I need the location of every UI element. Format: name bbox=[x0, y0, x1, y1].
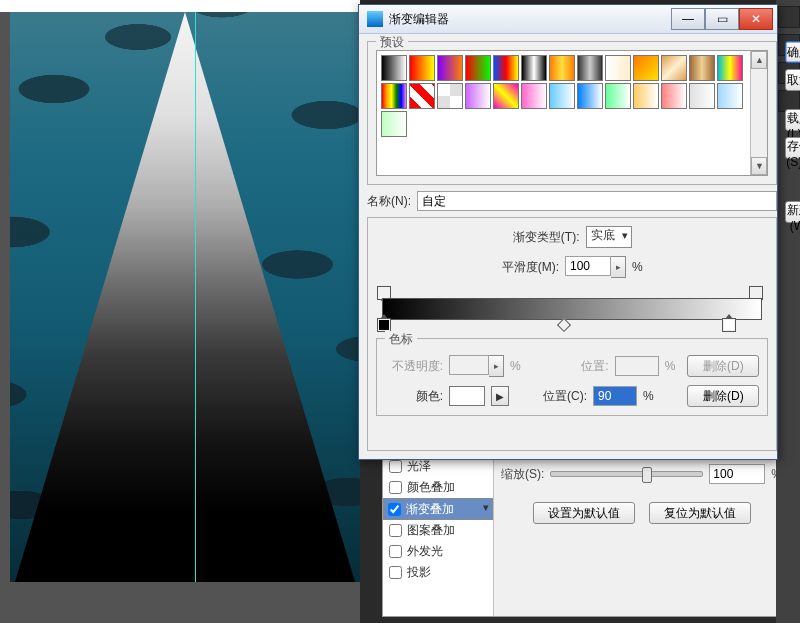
layer-style-panel: 光泽颜色叠加渐变叠加图案叠加外发光投影 缩放(S): % 设置为默认值 复位为默… bbox=[382, 455, 789, 617]
preset-swatch[interactable] bbox=[605, 55, 631, 81]
ok-button[interactable]: 确定 bbox=[785, 41, 800, 63]
minimize-button[interactable]: — bbox=[671, 8, 705, 30]
color-stop-left[interactable] bbox=[377, 318, 391, 332]
gradient-preview-bar[interactable] bbox=[382, 298, 762, 320]
preset-swatch[interactable] bbox=[409, 83, 435, 109]
dialog-button-column: 确定 取消 载入(L)... 存储(S)... 新建(W) bbox=[785, 41, 800, 451]
canvas-area bbox=[0, 0, 360, 623]
preset-swatch[interactable] bbox=[689, 83, 715, 109]
preset-swatch[interactable] bbox=[493, 55, 519, 81]
load-button[interactable]: 载入(L)... bbox=[785, 109, 800, 131]
ruler-horizontal bbox=[0, 0, 360, 12]
name-label: 名称(N): bbox=[367, 193, 411, 210]
color-swatch-button[interactable] bbox=[449, 386, 485, 406]
preset-swatch[interactable] bbox=[465, 55, 491, 81]
preset-swatch[interactable] bbox=[633, 83, 659, 109]
preset-swatch[interactable] bbox=[577, 55, 603, 81]
color-label: 颜色: bbox=[385, 388, 443, 405]
scroll-track[interactable] bbox=[751, 69, 767, 157]
color-location-label: 位置(C): bbox=[529, 388, 587, 405]
set-default-button[interactable]: 设置为默认值 bbox=[533, 502, 635, 524]
smoothness-label: 平滑度(M): bbox=[502, 259, 559, 276]
preset-swatch[interactable] bbox=[437, 83, 463, 109]
guide-vertical[interactable] bbox=[195, 12, 196, 582]
preset-swatch[interactable] bbox=[437, 55, 463, 81]
preset-swatch[interactable] bbox=[661, 83, 687, 109]
fx-checkbox[interactable] bbox=[388, 503, 401, 516]
reset-default-button[interactable]: 复位为默认值 bbox=[649, 502, 751, 524]
gradient-editor-dialog: 渐变编辑器 — ▭ ✕ 预设 ▲ ▼ bbox=[358, 4, 778, 460]
opacity-location-label: 位置: bbox=[551, 358, 609, 375]
tool-icon[interactable] bbox=[778, 6, 800, 28]
fx-checkbox[interactable] bbox=[389, 545, 402, 558]
document-image[interactable] bbox=[10, 12, 360, 582]
preset-swatch[interactable] bbox=[381, 111, 407, 137]
presets-group: 预设 ▲ ▼ bbox=[367, 41, 777, 185]
preset-swatch[interactable] bbox=[717, 83, 743, 109]
preset-swatch[interactable] bbox=[549, 83, 575, 109]
gradient-type-label: 渐变类型(T): bbox=[513, 229, 580, 246]
preset-swatch[interactable] bbox=[549, 55, 575, 81]
preset-swatch[interactable] bbox=[605, 83, 631, 109]
stepper-icon[interactable]: ▸ bbox=[611, 256, 626, 278]
preset-swatch[interactable] bbox=[465, 83, 491, 109]
triangle-gradient-layer bbox=[15, 12, 355, 582]
scale-slider[interactable] bbox=[550, 471, 703, 477]
new-button[interactable]: 新建(W) bbox=[785, 201, 800, 223]
presets-label: 预设 bbox=[376, 34, 408, 51]
fx-item-label: 颜色叠加 bbox=[407, 479, 455, 496]
cancel-button[interactable]: 取消 bbox=[785, 69, 800, 91]
stops-group: 色标 不透明度: ▸ % 位置: % 删除(D) 颜色: bbox=[376, 338, 768, 416]
scroll-up-icon[interactable]: ▲ bbox=[751, 51, 767, 69]
fx-effect-list: 光泽颜色叠加渐变叠加图案叠加外发光投影 bbox=[383, 456, 494, 616]
color-location-unit: % bbox=[643, 389, 654, 403]
maximize-button[interactable]: ▭ bbox=[705, 8, 739, 30]
smoothness-input[interactable] bbox=[565, 256, 611, 276]
scale-label: 缩放(S): bbox=[501, 466, 544, 483]
dialog-title: 渐变编辑器 bbox=[389, 11, 671, 28]
presets-scrollbar[interactable]: ▲ ▼ bbox=[750, 51, 767, 175]
fx-item-2[interactable]: 渐变叠加 bbox=[383, 498, 493, 520]
close-button[interactable]: ✕ bbox=[739, 8, 773, 30]
gradient-settings-group: 渐变类型(T): 实底 平滑度(M): ▸ % bbox=[367, 217, 777, 451]
preset-swatch[interactable] bbox=[381, 83, 407, 109]
fx-settings-area: 缩放(S): % 设置为默认值 复位为默认值 bbox=[495, 456, 788, 616]
scroll-down-icon[interactable]: ▼ bbox=[751, 157, 767, 175]
fx-item-label: 渐变叠加 bbox=[406, 501, 454, 518]
save-button[interactable]: 存储(S)... bbox=[785, 137, 800, 159]
preset-swatch[interactable] bbox=[493, 83, 519, 109]
color-location-input[interactable] bbox=[593, 386, 637, 406]
scale-input[interactable] bbox=[709, 464, 765, 484]
opacity-input bbox=[449, 355, 489, 375]
fx-item-5[interactable]: 投影 bbox=[383, 562, 493, 583]
preset-swatch[interactable] bbox=[717, 55, 743, 81]
color-stop-right[interactable] bbox=[722, 318, 736, 332]
midpoint-diamond[interactable] bbox=[557, 318, 571, 332]
fx-item-1[interactable]: 颜色叠加 bbox=[383, 477, 493, 498]
fx-checkbox[interactable] bbox=[389, 524, 402, 537]
dialog-titlebar[interactable]: 渐变编辑器 — ▭ ✕ bbox=[359, 5, 777, 34]
gradient-type-select[interactable]: 实底 bbox=[586, 226, 632, 248]
preset-swatch[interactable] bbox=[689, 55, 715, 81]
gradient-name-input[interactable] bbox=[417, 191, 777, 211]
fx-item-4[interactable]: 外发光 bbox=[383, 541, 493, 562]
preset-swatch[interactable] bbox=[577, 83, 603, 109]
delete-color-stop-button[interactable]: 删除(D) bbox=[687, 385, 759, 407]
fx-checkbox[interactable] bbox=[389, 566, 402, 579]
fx-item-label: 投影 bbox=[407, 564, 431, 581]
fx-checkbox[interactable] bbox=[389, 481, 402, 494]
stepper-icon: ▸ bbox=[489, 355, 504, 377]
preset-swatch[interactable] bbox=[381, 55, 407, 81]
opacity-label: 不透明度: bbox=[385, 358, 443, 375]
preset-swatch[interactable] bbox=[633, 55, 659, 81]
fx-checkbox[interactable] bbox=[389, 460, 402, 473]
preset-swatch[interactable] bbox=[521, 83, 547, 109]
fx-item-label: 图案叠加 bbox=[407, 522, 455, 539]
fx-item-3[interactable]: 图案叠加 bbox=[383, 520, 493, 541]
color-picker-arrow-icon[interactable]: ▶ bbox=[491, 386, 509, 406]
fx-item-label: 外发光 bbox=[407, 543, 443, 560]
preset-swatch[interactable] bbox=[661, 55, 687, 81]
preset-swatch[interactable] bbox=[521, 55, 547, 81]
delete-opacity-stop-button: 删除(D) bbox=[687, 355, 759, 377]
preset-swatch[interactable] bbox=[409, 55, 435, 81]
